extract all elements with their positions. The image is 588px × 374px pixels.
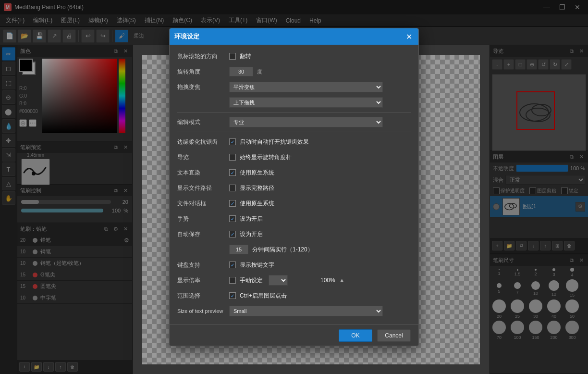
keyboard-checkbox[interactable] <box>229 262 236 268</box>
modal-row-textpreview: Size of text preview Small Medium Large <box>177 304 411 318</box>
nav-label-modal: 导览 <box>177 153 225 162</box>
env-settings-modal: 环境设定 ✕ 鼠标滚轮的方向 翻转 旋转角度 度 拖拽变焦 平滑变焦 快速变 <box>169 28 419 346</box>
modal-row-filedialog: 文件对话框 使用原生系统 <box>177 197 411 210</box>
textrender-checkbox[interactable] <box>229 169 236 176</box>
nav-checkbox[interactable] <box>229 154 236 161</box>
rotation-unit: 度 <box>257 68 262 75</box>
rotation-input[interactable] <box>229 67 253 76</box>
modal-sep-2 <box>177 132 411 132</box>
filedialog-checkbox[interactable] <box>229 200 236 207</box>
modal-footer: OK Cancel <box>170 324 418 346</box>
textpreview-label: Size of text preview <box>177 308 225 314</box>
antialias-label-modal: 边缘柔化抗锯齿 <box>177 138 225 146</box>
textrender-text: 使用原生系统 <box>240 169 274 177</box>
antialias-checkbox[interactable] <box>229 138 236 145</box>
textpreview-select[interactable]: Small Medium Large <box>229 306 383 316</box>
filepath-label: 显示文件路径 <box>177 184 225 192</box>
zoomrate-arrows[interactable]: ▲ <box>339 277 345 284</box>
modal-row-rotation: 旋转角度 度 <box>177 65 411 78</box>
autosave-checkbox[interactable] <box>229 231 236 237</box>
autosave-label: 自动保存 <box>177 230 225 238</box>
modal-row-zoom-rate: 显示倍率 手动设定 100% ▲ <box>177 274 411 287</box>
modal-body: 鼠标滚轮的方向 翻转 旋转角度 度 拖拽变焦 平滑变焦 快速变焦 <box>170 45 418 324</box>
modal-row-textrender: 文本直染 使用原生系统 <box>177 166 411 179</box>
zoomrate-val: 100% <box>320 277 335 284</box>
filedialog-label: 文件对话框 <box>177 199 225 208</box>
zoomrate-checkbox[interactable] <box>229 277 236 284</box>
filedialog-text: 使用原生系统 <box>240 199 274 208</box>
rotation-label: 旋转角度 <box>177 68 225 76</box>
modal-row-zoom: 拖拽变焦 平滑变焦 快速变焦 <box>177 80 411 94</box>
modal-row-editmode: 编辑模式 专业 简单 <box>177 115 411 129</box>
modal-cancel-btn[interactable]: Cancel <box>377 329 411 342</box>
zoomrate-select[interactable] <box>269 275 288 286</box>
modal-overlay: 环境设定 ✕ 鼠标滚轮的方向 翻转 旋转角度 度 拖拽变焦 平滑变焦 快速变 <box>0 0 588 374</box>
nav-text: 始终显示旋转角度杆 <box>240 153 292 162</box>
modal-row-filepath: 显示文件路径 显示完整路径 <box>177 181 411 195</box>
rangeselect-label: 范围选择 <box>177 292 225 300</box>
modal-ok-btn[interactable]: OK <box>339 329 372 342</box>
modal-row-nav: 导览 始终显示旋转角度杆 <box>177 150 411 164</box>
antialias-text: 启动时自动打开抗锯齿效果 <box>240 138 309 146</box>
editmode-label: 编辑模式 <box>177 118 225 126</box>
filepath-text: 显示完整路径 <box>240 184 274 192</box>
modal-close-btn[interactable]: ✕ <box>404 32 414 41</box>
autosave-text: 设为开启 <box>240 230 263 238</box>
modal-row-autosave: 自动保存 设为开启 <box>177 227 411 241</box>
gesture-text: 设为开启 <box>240 215 263 223</box>
autosave-interval-input[interactable] <box>229 245 248 254</box>
rangeselect-text: Ctrl+启用图层点击 <box>240 292 287 300</box>
editmode-select[interactable]: 专业 简单 <box>229 117 383 127</box>
scroll-label: 鼠标滚轮的方向 <box>177 52 225 61</box>
modal-title-bar: 环境设定 ✕ <box>170 28 418 45</box>
scroll-checkbox[interactable] <box>229 53 236 60</box>
keyboard-label: 键盘支持 <box>177 261 225 269</box>
zoom-label: 拖拽变焦 <box>177 83 225 91</box>
filepath-checkbox[interactable] <box>229 185 236 191</box>
zoomrate-label: 显示倍率 <box>177 276 225 285</box>
keyboard-text: 显示按键文字 <box>240 261 274 269</box>
modal-row-autosave-sub: 分钟间隔实行（1-120） <box>229 243 411 256</box>
modal-row-rangeselect: 范围选择 Ctrl+启用图层点击 <box>177 289 411 302</box>
zoomrate-text: 手动设定 <box>240 276 263 285</box>
textrender-label: 文本直染 <box>177 169 225 177</box>
modal-row-drag: 上下拖拽 左右拖拽 <box>177 96 411 109</box>
drag-select[interactable]: 上下拖拽 左右拖拽 <box>229 97 383 108</box>
rangeselect-checkbox[interactable] <box>229 292 236 299</box>
modal-row-scroll: 鼠标滚轮的方向 翻转 <box>177 50 411 63</box>
autosave-sub-text: 分钟间隔实行（1-120） <box>252 246 313 254</box>
modal-title: 环境设定 <box>174 32 199 41</box>
modal-sep-1 <box>177 112 411 112</box>
scroll-text: 翻转 <box>240 52 251 61</box>
modal-row-gesture: 手势 设为开启 <box>177 212 411 225</box>
gesture-label: 手势 <box>177 215 225 223</box>
modal-row-antialias: 边缘柔化抗锯齿 启动时自动打开抗锯齿效果 <box>177 135 411 149</box>
gesture-checkbox[interactable] <box>229 215 236 222</box>
zoom-select[interactable]: 平滑变焦 快速变焦 <box>229 82 383 92</box>
modal-row-keyboard: 键盘支持 显示按键文字 <box>177 258 411 272</box>
